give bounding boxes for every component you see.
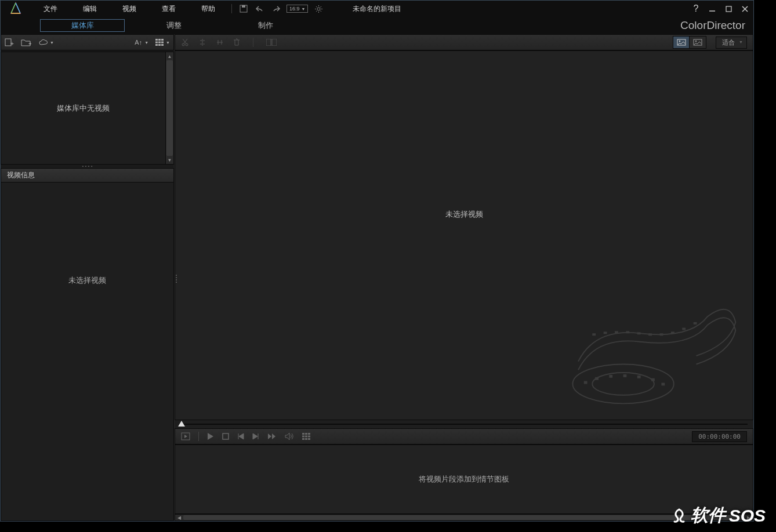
svg-rect-54: [308, 438, 310, 440]
svg-rect-42: [651, 378, 655, 381]
svg-point-25: [572, 365, 673, 404]
tab-adjust[interactable]: 调整: [132, 19, 216, 32]
cut-icon[interactable]: [181, 38, 189, 46]
svg-rect-47: [305, 433, 307, 435]
play-button[interactable]: [207, 432, 214, 440]
menu-help[interactable]: 帮助: [188, 1, 228, 17]
video-info-empty: 未选择视频: [1, 183, 173, 520]
svg-rect-49: [302, 436, 304, 438]
svg-point-17: [182, 43, 184, 46]
play-clip-button[interactable]: [181, 432, 190, 440]
svg-rect-39: [609, 375, 612, 378]
help-button[interactable]: ?: [692, 5, 700, 13]
separator: [231, 4, 232, 13]
separator: [253, 38, 253, 47]
title-bar: 文件 编辑 视频 查看 帮助 16:9 ▼ 未命名的新项目 ?: [1, 1, 753, 17]
close-button[interactable]: [741, 5, 749, 13]
trim-icon[interactable]: [216, 38, 224, 46]
next-frame-button[interactable]: [252, 433, 259, 440]
svg-rect-20: [272, 39, 277, 46]
preview-viewport: 未选择视频: [175, 50, 753, 420]
import-file-icon[interactable]: +: [5, 38, 14, 46]
view-mode-single[interactable]: [690, 37, 706, 48]
svg-rect-19: [266, 39, 271, 46]
menu-view[interactable]: 查看: [149, 1, 188, 17]
filmstrip-art-icon: [561, 292, 741, 420]
svg-rect-51: [308, 436, 310, 438]
menu-video[interactable]: 视频: [110, 1, 149, 17]
fast-forward-button[interactable]: [267, 433, 277, 440]
svg-rect-8: [155, 39, 158, 41]
menu-file[interactable]: 文件: [31, 1, 70, 17]
svg-rect-37: [584, 381, 588, 384]
svg-rect-27: [592, 333, 596, 336]
playhead-icon[interactable]: [178, 421, 185, 428]
compare-icon[interactable]: [266, 39, 277, 46]
svg-text:+: +: [28, 41, 31, 46]
brand-label: ColorDirector: [680, 19, 745, 32]
svg-rect-15: [158, 44, 161, 46]
aspect-ratio-label: 16:9: [289, 6, 300, 12]
watermark-text: 软件: [691, 504, 726, 527]
grid-view-icon[interactable]: ▼: [155, 39, 170, 46]
scrollbar-vertical[interactable]: ▲ ▼: [165, 52, 173, 164]
svg-rect-1: [242, 5, 245, 8]
svg-rect-29: [615, 331, 618, 333]
svg-point-22: [679, 41, 680, 42]
storyboard-panel[interactable]: 将视频片段添加到情节图板: [175, 444, 753, 514]
timeline-slider[interactable]: [175, 420, 753, 428]
preview-toolbar: 适合: [175, 34, 753, 50]
watermark-icon: [671, 508, 687, 524]
svg-rect-28: [604, 331, 607, 334]
split-icon[interactable]: [198, 38, 206, 46]
snapshot-button[interactable]: [302, 433, 310, 440]
svg-rect-41: [637, 376, 641, 378]
svg-rect-14: [155, 44, 158, 46]
svg-rect-48: [308, 433, 310, 435]
delete-icon[interactable]: [233, 38, 240, 46]
watermark: 软件SOS: [671, 504, 766, 527]
library-toolbar: + + ▼ A↑▼ ▼: [1, 34, 174, 50]
svg-rect-32: [648, 333, 652, 336]
svg-rect-9: [158, 39, 161, 41]
svg-rect-35: [682, 328, 686, 330]
volume-button[interactable]: [285, 432, 294, 440]
import-folder-icon[interactable]: +: [21, 38, 31, 46]
storyboard-empty-message: 将视频片段添加到情节图板: [419, 474, 509, 484]
workspace-tabs: 媒体库 调整 制作 ColorDirector: [1, 17, 753, 34]
maximize-button[interactable]: [724, 5, 733, 13]
cloud-icon[interactable]: ▼: [38, 39, 54, 46]
stop-button[interactable]: [222, 433, 229, 440]
redo-icon[interactable]: [270, 3, 282, 14]
tab-library[interactable]: 媒体库: [40, 19, 125, 32]
svg-rect-36: [694, 322, 697, 325]
svg-rect-43: [661, 383, 665, 386]
timecode-display[interactable]: 00:00:00:00: [692, 431, 747, 442]
aspect-ratio-selector[interactable]: 16:9 ▼: [287, 5, 308, 13]
svg-rect-16: [161, 44, 164, 46]
svg-rect-10: [161, 39, 164, 41]
svg-rect-53: [305, 438, 307, 440]
minimize-button[interactable]: [708, 5, 716, 13]
vertical-splitter[interactable]: [175, 273, 178, 285]
save-icon[interactable]: [238, 3, 249, 14]
svg-point-24: [695, 41, 697, 42]
project-title: 未命名的新项目: [353, 4, 401, 14]
svg-point-2: [317, 8, 320, 10]
menu-edit[interactable]: 编辑: [70, 1, 110, 17]
scrollbar-horizontal[interactable]: ◀ ▶: [175, 514, 753, 521]
sort-icon[interactable]: A↑▼: [135, 39, 148, 46]
svg-rect-45: [223, 433, 229, 439]
svg-point-18: [186, 43, 188, 46]
view-mode-thumbnail[interactable]: [673, 37, 690, 48]
undo-icon[interactable]: [254, 3, 266, 14]
settings-icon[interactable]: [313, 3, 324, 14]
tab-produce[interactable]: 制作: [223, 19, 308, 32]
main-area: + + ▼ A↑▼ ▼ 媒体库中无视频 ▲: [1, 34, 753, 521]
watermark-suffix: SOS: [729, 506, 766, 526]
preview-empty-message: 未选择视频: [445, 209, 483, 220]
video-info-panel: 视频信息 未选择视频: [1, 168, 174, 521]
zoom-selector[interactable]: 适合: [716, 37, 747, 49]
prev-frame-button[interactable]: [237, 433, 244, 440]
view-mode-toggle: [673, 36, 706, 49]
